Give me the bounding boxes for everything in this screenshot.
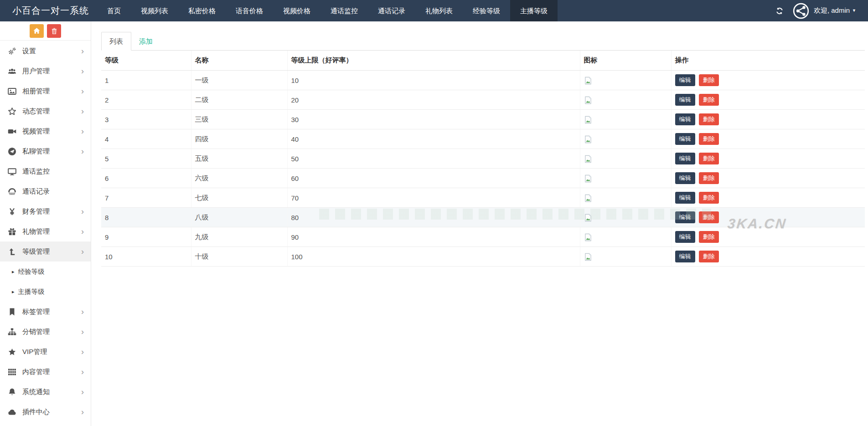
- edit-button[interactable]: 编辑: [675, 153, 695, 164]
- delete-button[interactable]: 删除: [699, 172, 719, 184]
- chevron-right-icon: ›: [81, 348, 84, 356]
- navbar-item[interactable]: 语音价格: [226, 0, 273, 21]
- edit-button[interactable]: 编辑: [675, 251, 695, 262]
- edit-button[interactable]: 编辑: [675, 172, 695, 184]
- broken-image-icon: [584, 96, 592, 104]
- caret-right-icon: ▸: [12, 289, 15, 294]
- sidebar-item[interactable]: 通话监控: [0, 161, 91, 181]
- tab-list[interactable]: 列表: [101, 32, 131, 51]
- column-header: 操作: [671, 51, 865, 71]
- delete-button[interactable]: 删除: [699, 94, 719, 106]
- user-dropdown[interactable]: 欢迎, admin ▼: [814, 6, 856, 15]
- home-icon: [33, 27, 41, 35]
- cell-name: 四级: [191, 129, 287, 149]
- sidebar-item-label: VIP管理: [22, 348, 81, 356]
- users-icon: [8, 67, 16, 76]
- sidebar-item[interactable]: 财务管理 ›: [0, 201, 91, 221]
- sidebar-item[interactable]: 设置 ›: [0, 41, 91, 61]
- avatar[interactable]: [793, 3, 809, 19]
- levels-table: 等级名称等级上限（好评率）图标操作 1 一级 10 编辑 删除 2 二级 20 …: [101, 51, 865, 267]
- cell-limit: 10: [287, 71, 580, 90]
- navbar-item[interactable]: 经验等级: [463, 0, 510, 21]
- delete-button[interactable]: 删除: [699, 251, 719, 262]
- broken-image-icon: [584, 175, 592, 183]
- sidebar-item[interactable]: 系统通知 ›: [0, 382, 91, 402]
- sidebar-item[interactable]: 动态管理 ›: [0, 101, 91, 121]
- table-row: 5 五级 50 编辑 删除: [101, 149, 865, 169]
- sidebar-item[interactable]: 礼物管理 ›: [0, 221, 91, 241]
- delete-button[interactable]: 删除: [699, 231, 719, 243]
- navbar-item[interactable]: 通话记录: [368, 0, 415, 21]
- gears-icon: [8, 47, 16, 56]
- cell-operations: 编辑 删除: [671, 169, 865, 188]
- sidebar-item-label: 私聊管理: [22, 147, 81, 156]
- broken-image-icon: [584, 194, 592, 202]
- sidebar-item[interactable]: 私聊管理 ›: [0, 141, 91, 161]
- sidebar-item[interactable]: 标签管理 ›: [0, 302, 91, 322]
- table-row: 7 七级 70 编辑 删除: [101, 188, 865, 208]
- delete-button[interactable]: 删除: [699, 153, 719, 164]
- cell-operations: 编辑 删除: [671, 149, 865, 169]
- navbar-item[interactable]: 视频价格: [273, 0, 320, 21]
- navbar-item[interactable]: 私密价格: [178, 0, 226, 21]
- delete-button[interactable]: 删除: [699, 113, 719, 125]
- cell-level: 9: [101, 227, 191, 247]
- edit-button[interactable]: 编辑: [675, 94, 695, 106]
- cell-limit: 30: [287, 110, 580, 129]
- navbar-item[interactable]: 礼物列表: [415, 0, 463, 21]
- sidebar-item[interactable]: 插件中心 ›: [0, 402, 91, 422]
- sidebar-item-label: 用户管理: [22, 67, 81, 76]
- navbar-item[interactable]: 视频列表: [131, 0, 178, 21]
- sidebar-item[interactable]: 通话记录: [0, 181, 91, 201]
- delete-button[interactable]: 删除: [699, 74, 719, 86]
- cell-level: 3: [101, 110, 191, 129]
- home-button[interactable]: [30, 24, 44, 38]
- edit-button[interactable]: 编辑: [675, 231, 695, 243]
- edit-button[interactable]: 编辑: [675, 211, 695, 223]
- sidebar-subitem[interactable]: ▸ 经验等级: [0, 262, 91, 282]
- sidebar-item[interactable]: 相册管理 ›: [0, 81, 91, 101]
- sidebar-item[interactable]: 分销管理 ›: [0, 322, 91, 342]
- cell-icon: [580, 188, 671, 208]
- edit-button[interactable]: 编辑: [675, 133, 695, 145]
- delete-button[interactable]: 删除: [699, 192, 719, 204]
- clear-cache-button[interactable]: [47, 24, 61, 38]
- star-o-icon: [8, 107, 16, 116]
- sidebar-item-label: 通话记录: [22, 187, 84, 196]
- sidebar-item[interactable]: 用户管理 ›: [0, 61, 91, 81]
- broken-image-icon: [584, 233, 592, 241]
- sidebar-item[interactable]: VIP管理 ›: [0, 342, 91, 362]
- sidebar-item-label: 礼物管理: [22, 227, 81, 236]
- edit-button[interactable]: 编辑: [675, 192, 695, 204]
- levelup-icon: [8, 247, 16, 256]
- cell-limit: 100: [287, 247, 580, 267]
- delete-button[interactable]: 删除: [699, 133, 719, 145]
- sidebar-item[interactable]: 内容管理 ›: [0, 362, 91, 382]
- navbar-item[interactable]: 通话监控: [320, 0, 368, 21]
- star-icon: [8, 348, 16, 356]
- cell-name: 三级: [191, 110, 287, 129]
- cell-icon: [580, 247, 671, 267]
- sidebar-subitem[interactable]: ▸ 主播等级: [0, 282, 91, 302]
- cell-level: 10: [101, 247, 191, 267]
- broken-image-icon: [584, 155, 592, 163]
- cell-icon: [580, 71, 671, 90]
- tab-add[interactable]: 添加: [131, 32, 160, 50]
- navbar-item[interactable]: 主播等级: [510, 0, 558, 21]
- refresh-button[interactable]: [774, 5, 785, 17]
- navbar-item[interactable]: 首页: [97, 0, 131, 21]
- chevron-right-icon: ›: [81, 67, 84, 75]
- delete-button[interactable]: 删除: [699, 211, 719, 223]
- sidebar-item[interactable]: 等级管理 ›: [0, 241, 91, 262]
- edit-button[interactable]: 编辑: [675, 74, 695, 86]
- table-row: 4 四级 40 编辑 删除: [101, 129, 865, 149]
- edit-button[interactable]: 编辑: [675, 113, 695, 125]
- cell-icon: [580, 208, 671, 227]
- navbar-right: 欢迎, admin ▼: [774, 0, 868, 21]
- sidebar-item[interactable]: 视频管理 ›: [0, 121, 91, 141]
- cell-icon: [580, 90, 671, 110]
- chevron-right-icon: ›: [81, 107, 84, 115]
- caret-right-icon: ▸: [12, 269, 15, 274]
- phone-icon: [8, 187, 16, 196]
- sidebar-item-label: 内容管理: [22, 368, 81, 376]
